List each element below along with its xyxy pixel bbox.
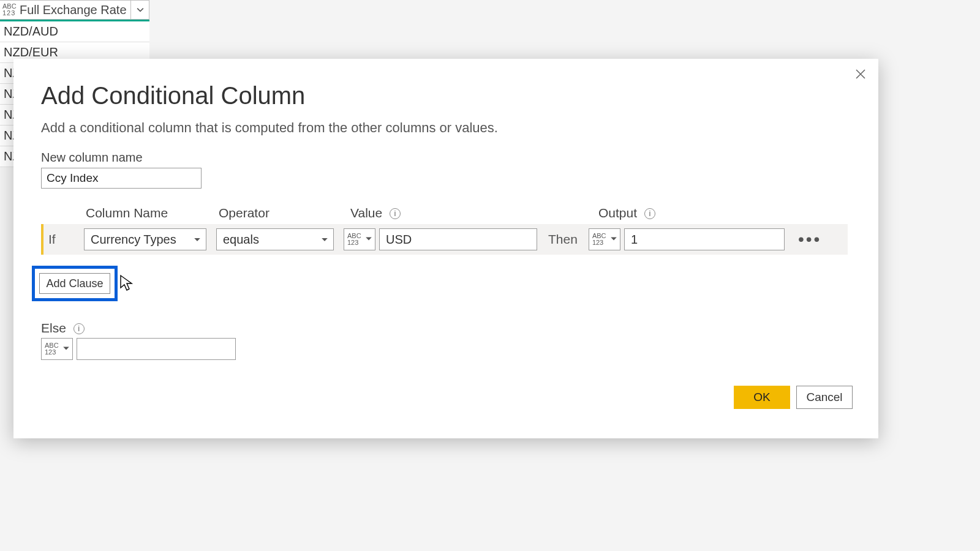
header-output-text: Output bbox=[598, 206, 637, 220]
cell-value: NZD/AUD bbox=[4, 24, 58, 39]
info-icon[interactable]: i bbox=[390, 208, 401, 219]
chevron-down-icon bbox=[321, 233, 328, 247]
new-column-input[interactable] bbox=[41, 168, 202, 189]
else-label-text: Else bbox=[41, 321, 66, 335]
info-icon[interactable]: i bbox=[74, 323, 85, 334]
else-type-select[interactable]: ABC 123 bbox=[41, 338, 73, 360]
output-type-select[interactable]: ABC 123 bbox=[589, 228, 620, 250]
header-output: Output i bbox=[598, 206, 655, 220]
header-column-name: Column Name bbox=[86, 206, 168, 220]
add-conditional-column-dialog: Add Conditional Column Add a conditional… bbox=[13, 59, 878, 438]
num-label: 123 bbox=[592, 239, 603, 246]
cursor-icon bbox=[119, 274, 135, 293]
column-filter-dropdown[interactable] bbox=[130, 1, 149, 19]
add-clause-button[interactable]: Add Clause bbox=[39, 273, 110, 294]
output-input[interactable] bbox=[624, 228, 785, 250]
dialog-title: Add Conditional Column bbox=[41, 82, 305, 110]
then-label: Then bbox=[548, 232, 578, 247]
chevron-down-icon bbox=[62, 345, 70, 353]
num-label: 123 bbox=[347, 239, 358, 246]
value-type-select[interactable]: ABC 123 bbox=[344, 228, 375, 250]
table-row[interactable]: NZD/AUD bbox=[0, 21, 149, 42]
else-label: Else i bbox=[41, 321, 85, 335]
add-clause-label: Add Clause bbox=[46, 277, 103, 290]
more-options-button[interactable]: ••• bbox=[798, 230, 821, 249]
num-label: 123 bbox=[45, 349, 56, 356]
header-operator: Operator bbox=[219, 206, 270, 220]
chevron-down-icon bbox=[137, 6, 144, 13]
data-type-icon[interactable]: ABC 123 bbox=[2, 3, 20, 17]
else-row: ABC 123 bbox=[41, 338, 236, 360]
cancel-button[interactable]: Cancel bbox=[796, 386, 853, 409]
column-name-select[interactable]: Currency Types bbox=[84, 228, 206, 250]
dialog-subtitle: Add a conditional column that is compute… bbox=[41, 120, 498, 136]
value-input[interactable] bbox=[379, 228, 537, 250]
new-column-label: New column name bbox=[41, 151, 143, 165]
header-value: Value i bbox=[350, 206, 401, 220]
if-label: If bbox=[43, 232, 84, 247]
header-value-text: Value bbox=[350, 206, 382, 220]
num-label: 123 bbox=[2, 10, 20, 17]
ellipsis-icon: ••• bbox=[798, 230, 821, 249]
clause-row: If Currency Types equals ABC 123 Then AB… bbox=[41, 224, 848, 255]
chevron-down-icon bbox=[365, 235, 372, 244]
column-header[interactable]: ABC 123 Full Exchange Rate bbox=[0, 0, 149, 20]
operator-value: equals bbox=[223, 233, 259, 247]
operator-select[interactable]: equals bbox=[216, 228, 334, 250]
cancel-label: Cancel bbox=[806, 391, 842, 404]
chevron-down-icon bbox=[610, 235, 617, 244]
close-button[interactable] bbox=[851, 65, 870, 83]
close-icon bbox=[855, 69, 866, 80]
column-header-text: Full Exchange Rate bbox=[20, 3, 127, 17]
else-input[interactable] bbox=[77, 338, 236, 360]
chevron-down-icon bbox=[194, 233, 201, 247]
ok-button[interactable]: OK bbox=[734, 386, 790, 409]
column-name-value: Currency Types bbox=[91, 233, 176, 247]
cell-value: NZD/EUR bbox=[4, 45, 58, 59]
info-icon[interactable]: i bbox=[644, 208, 655, 219]
ok-label: OK bbox=[753, 391, 770, 404]
